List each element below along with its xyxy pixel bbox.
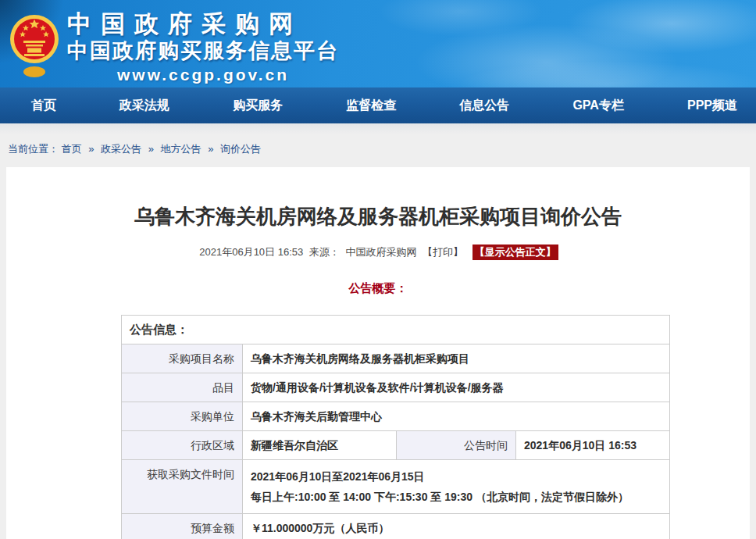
site-url: www.ccgp.gov.cn	[67, 66, 339, 84]
announcement-info-table: 公告信息： 采购项目名称 乌鲁木齐海关机房网络及服务器机柜采购项目 品目 货物/…	[121, 315, 670, 539]
breadcrumb-separator: »	[148, 143, 154, 155]
row-value-document-period: 2021年06月10日至2021年06月15日 每日上午:10:00 至 14:…	[243, 460, 670, 514]
row-value-region: 新疆维吾尔自治区	[243, 431, 397, 460]
row-label-announce-time: 公告时间	[397, 431, 516, 460]
row-label-region: 行政区域	[122, 431, 243, 460]
row-label-project-name: 采购项目名称	[122, 344, 243, 373]
national-emblem-icon	[9, 8, 59, 80]
show-notice-button[interactable]: 【显示公告正文】	[472, 245, 558, 260]
row-value-budget: ￥11.000000万元（人民币）	[243, 514, 670, 539]
table-row: 行政区域 新疆维吾尔自治区 公告时间 2021年06月10日 16:53	[122, 431, 670, 460]
row-label-budget: 预算金额	[122, 514, 243, 539]
breadcrumb-item-inquiry-notices[interactable]: 询价公告	[220, 143, 261, 155]
table-row: 品目 货物/通用设备/计算机设备及软件/计算机设备/服务器	[122, 373, 670, 402]
table-row: 获取采购文件时间 2021年06月10日至2021年06月15日 每日上午:10…	[122, 460, 670, 514]
source-name: 中国政府采购网	[345, 246, 416, 258]
row-value-purchasing-unit: 乌鲁木齐海关后勤管理中心	[243, 402, 670, 431]
nav-item-ppp[interactable]: PPP频道	[687, 87, 737, 123]
row-label-document-period: 获取采购文件时间	[122, 460, 243, 514]
site-banner: 中国政府采购网 中国政府购买服务信息平台 www.ccgp.gov.cn	[0, 0, 756, 87]
breadcrumb-item-procurement-notices[interactable]: 政采公告	[101, 143, 141, 155]
nav-item-home[interactable]: 首页	[31, 87, 56, 123]
publish-datetime: 2021年06月10日 16:53	[199, 246, 303, 258]
nav-item-announcements[interactable]: 信息公告	[459, 87, 509, 123]
table-row: 采购单位 乌鲁木齐海关后勤管理中心	[122, 402, 670, 431]
table-row-group-header: 公告信息：	[122, 316, 670, 344]
article-meta: 2021年06月10日 16:53 来源： 中国政府采购网 【打印】 【显示公告…	[6, 245, 750, 259]
page-title: 乌鲁木齐海关机房网络及服务器机柜采购项目询价公告	[53, 203, 703, 230]
nav-item-supervision[interactable]: 监督检查	[346, 87, 396, 123]
breadcrumb-label: 当前位置：	[8, 143, 59, 155]
table-group-header: 公告信息：	[122, 316, 670, 344]
breadcrumb: 当前位置： 首页 » 政采公告 » 地方公告 » 询价公告	[8, 142, 756, 156]
breadcrumb-separator: »	[208, 143, 213, 155]
breadcrumb-item-home[interactable]: 首页	[62, 143, 82, 155]
site-subtitle: 中国政府购买服务信息平台	[67, 40, 339, 63]
document-period-hours: 每日上午:10:00 至 14:00 下午:15:30 至 19:30 （北京时…	[251, 487, 662, 507]
content-card: 乌鲁木齐海关机房网络及服务器机柜采购项目询价公告 2021年06月10日 16:…	[6, 167, 750, 539]
breadcrumb-area: 当前位置： 首页 » 政采公告 » 地方公告 » 询价公告	[0, 123, 756, 167]
source-label: 来源：	[309, 246, 340, 258]
row-label-category: 品目	[122, 373, 243, 402]
nav-item-purchase-services[interactable]: 购买服务	[233, 87, 283, 123]
document-period-dates: 2021年06月10日至2021年06月15日	[251, 466, 662, 487]
main-nav: 首页 政采法规 购买服务 监督检查 信息公告 GPA专栏 PPP频道	[0, 87, 756, 123]
row-value-project-name: 乌鲁木齐海关机房网络及服务器机柜采购项目	[243, 344, 670, 373]
breadcrumb-separator: »	[88, 143, 94, 155]
table-row: 预算金额 ￥11.000000万元（人民币）	[122, 514, 670, 539]
row-value-announce-time: 2021年06月10日 16:53	[516, 431, 670, 460]
site-title: 中国政府采购网	[67, 11, 339, 37]
row-label-purchasing-unit: 采购单位	[122, 402, 243, 431]
row-value-category: 货物/通用设备/计算机设备及软件/计算机设备/服务器	[243, 373, 670, 402]
nav-item-regulations[interactable]: 政采法规	[119, 87, 169, 123]
breadcrumb-item-local-notices[interactable]: 地方公告	[161, 143, 201, 155]
nav-item-gpa[interactable]: GPA专栏	[572, 87, 623, 123]
summary-heading: 公告概要：	[6, 281, 750, 296]
print-button[interactable]: 【打印】	[423, 246, 463, 258]
table-row: 采购项目名称 乌鲁木齐海关机房网络及服务器机柜采购项目	[122, 344, 670, 373]
